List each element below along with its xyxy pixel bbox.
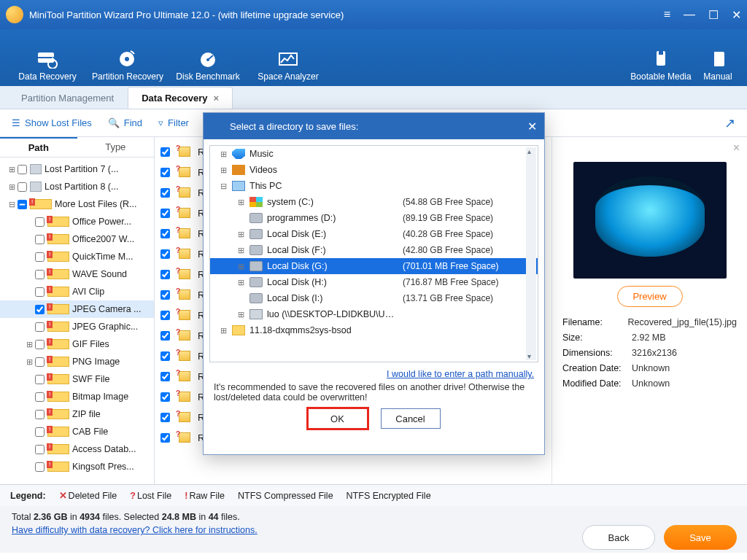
node-checkbox[interactable] <box>35 287 44 297</box>
toolbar-disk-benchmark[interactable]: Disk Benchmark <box>168 50 248 82</box>
tree-node[interactable]: Office Power... <box>0 213 154 230</box>
file-checkbox[interactable] <box>160 249 170 259</box>
scrollbar[interactable] <box>526 147 536 360</box>
tree-node[interactable]: ZIP file <box>0 405 154 423</box>
directory-row[interactable]: ⊞Local Disk (H:)(716.87 MB Free Space) <box>210 274 538 290</box>
save-button[interactable]: Save <box>664 525 737 550</box>
cancel-button[interactable]: Cancel <box>381 408 441 429</box>
tree-node[interactable]: Kingsoft Pres... <box>0 458 154 475</box>
file-checkbox[interactable] <box>160 147 170 157</box>
node-checkbox[interactable] <box>35 235 44 244</box>
file-icon <box>179 371 190 381</box>
tree-node[interactable]: ⊞PNG Image <box>0 353 154 370</box>
node-checkbox[interactable] <box>35 357 44 367</box>
tree-node[interactable]: AVI Clip <box>0 283 154 300</box>
directory-tree[interactable]: ⊞Music⊞Videos⊟This PC⊞system (C:)(54.88 … <box>209 145 538 362</box>
directory-row[interactable]: ⊞Local Disk (G:)(701.01 MB Free Space) <box>210 258 538 274</box>
toolbar-space-analyzer[interactable]: Space Analyzer <box>248 50 328 82</box>
folder-tree[interactable]: ⊞Lost Partition 7 (...⊞Lost Partition 8 … <box>0 158 154 484</box>
node-checkbox[interactable] <box>18 182 27 192</box>
menu-icon[interactable]: ≡ <box>664 8 670 22</box>
directory-row[interactable]: Local Disk (I:)(13.71 GB Free Space) <box>210 290 538 306</box>
node-checkbox[interactable] <box>35 252 44 262</box>
file-checkbox[interactable] <box>160 372 170 381</box>
tree-node[interactable]: ⊞Lost Partition 7 (... <box>0 160 154 178</box>
preview-close-icon[interactable]: × <box>733 141 740 155</box>
node-checkbox[interactable] <box>35 427 44 437</box>
file-checkbox[interactable] <box>160 209 170 218</box>
toolbar-data-recovery[interactable]: Data Recovery <box>7 50 88 82</box>
tree-node[interactable]: ⊟More Lost Files (R... <box>0 195 154 213</box>
node-checkbox[interactable] <box>35 270 44 279</box>
tree-node[interactable]: SWF File <box>0 370 154 388</box>
file-checkbox[interactable] <box>160 413 170 422</box>
tree-node[interactable]: ⊞GIF Files <box>0 335 154 353</box>
tree-node[interactable]: QuickTime M... <box>0 248 154 265</box>
file-checkbox[interactable] <box>160 433 170 443</box>
node-checkbox[interactable] <box>35 305 44 314</box>
directory-row[interactable]: ⊞luo (\\DESKTOP-LDIDKBU\Users\qing\Deskt… <box>210 306 538 322</box>
node-checkbox[interactable] <box>35 392 44 402</box>
node-checkbox[interactable] <box>35 375 44 384</box>
partition-recovery-icon <box>117 50 139 69</box>
window-title: MiniTool Partition Wizard Pro Ultimate 1… <box>29 9 664 20</box>
toolbar-manual[interactable]: Manual <box>696 50 740 82</box>
file-checkbox[interactable] <box>160 311 170 320</box>
node-checkbox[interactable] <box>35 217 44 227</box>
tree-node[interactable]: Office2007 W... <box>0 230 154 248</box>
find-button[interactable]: 🔍Find <box>108 117 142 128</box>
manual-path-link[interactable]: I would like to enter a path manually. <box>387 369 534 379</box>
node-checkbox[interactable] <box>35 322 44 332</box>
data-recovery-icon <box>36 50 58 69</box>
directory-row[interactable]: ⊞Music <box>210 146 538 162</box>
drive-icon <box>232 149 245 159</box>
directory-row[interactable]: ⊞Videos <box>210 162 538 178</box>
drive-icon <box>249 277 263 287</box>
file-checkbox[interactable] <box>160 392 170 402</box>
directory-row[interactable]: ⊞11.18-dxqmms2sys-bsod <box>210 322 538 338</box>
show-lost-files-button[interactable]: ☰Show Lost Files <box>12 117 92 128</box>
node-checkbox[interactable] <box>35 410 44 419</box>
directory-row[interactable]: ⊟This PC <box>210 178 538 194</box>
ok-button[interactable]: OK <box>308 408 368 429</box>
tree-node[interactable]: Access Datab... <box>0 440 154 458</box>
sidebar-tab-type[interactable]: Type <box>77 137 155 157</box>
node-checkbox[interactable] <box>35 462 44 472</box>
tab-partition-management[interactable]: Partition Management <box>7 87 128 109</box>
directory-row[interactable]: ⊞Local Disk (F:)(42.80 GB Free Space) <box>210 242 538 258</box>
file-checkbox[interactable] <box>160 351 170 361</box>
sidebar-tab-path[interactable]: Path <box>0 137 77 157</box>
node-checkbox[interactable] <box>18 200 27 209</box>
directory-row[interactable]: ⊞system (C:)(54.88 GB Free Space) <box>210 194 538 210</box>
directory-row[interactable]: programmes (D:)(89.19 GB Free Space) <box>210 210 538 226</box>
toolbar-partition-recovery[interactable]: Partition Recovery <box>88 50 168 82</box>
node-checkbox[interactable] <box>35 340 44 349</box>
export-icon[interactable]: ↗ <box>724 115 735 131</box>
tree-node[interactable]: JPEG Graphic... <box>0 318 154 335</box>
node-checkbox[interactable] <box>18 165 27 174</box>
svg-point-3 <box>125 57 129 61</box>
tab-data-recovery[interactable]: Data Recovery× <box>128 87 233 109</box>
file-checkbox[interactable] <box>160 331 170 341</box>
back-button[interactable]: Back <box>582 525 655 550</box>
minimize-icon[interactable]: ― <box>684 8 695 22</box>
filter-button[interactable]: ▿Filter <box>158 117 189 128</box>
toolbar-bootable-media[interactable]: Bootable Media <box>626 50 696 82</box>
directory-row[interactable]: ⊞Local Disk (E:)(40.28 GB Free Space) <box>210 226 538 242</box>
tree-node[interactable]: CAB File <box>0 423 154 440</box>
tab-close-icon[interactable]: × <box>214 93 220 104</box>
file-checkbox[interactable] <box>160 168 170 177</box>
dialog-close-icon[interactable]: ✕ <box>527 120 537 133</box>
tree-node[interactable]: ⊞Lost Partition 8 (... <box>0 178 154 195</box>
maximize-icon[interactable]: ☐ <box>708 8 719 22</box>
file-checkbox[interactable] <box>160 188 170 198</box>
tree-node[interactable]: Bitmap Image <box>0 388 154 405</box>
preview-button[interactable]: Preview <box>617 286 683 307</box>
close-icon[interactable]: ✕ <box>732 8 741 22</box>
file-checkbox[interactable] <box>160 290 170 300</box>
file-checkbox[interactable] <box>160 229 170 238</box>
tree-node[interactable]: WAVE Sound <box>0 265 154 283</box>
node-checkbox[interactable] <box>35 445 44 454</box>
tree-node[interactable]: JPEG Camera ... <box>0 300 154 318</box>
file-checkbox[interactable] <box>160 270 170 279</box>
